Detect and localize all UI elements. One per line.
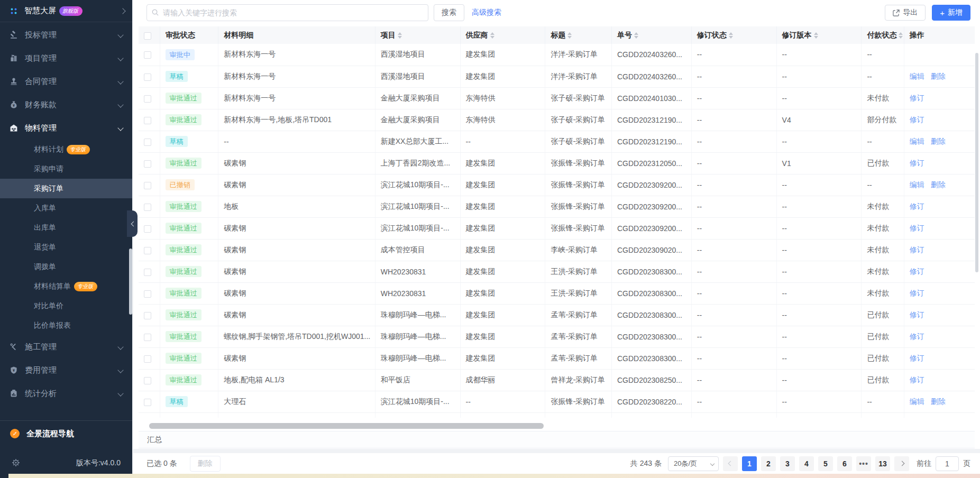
sidebar-subitem-purchase-request[interactable]: 采购申请 [0, 159, 132, 179]
select-all-checkbox[interactable] [144, 32, 151, 40]
cell-revision-version: -- [776, 391, 862, 412]
sidebar-subitem-settlement[interactable]: 材料结算单专业版 [0, 277, 132, 296]
sidebar-collapse-handle[interactable] [127, 210, 138, 237]
revise-link[interactable]: 修订 [910, 94, 924, 102]
column-header-5[interactable]: 单号 [612, 26, 692, 44]
page-size-select[interactable]: 20条/页 [668, 456, 719, 471]
row-checkbox[interactable] [144, 139, 151, 146]
revise-link[interactable]: 修订 [910, 289, 924, 297]
sort-icon[interactable] [814, 32, 818, 39]
vertical-scrollbar-thumb[interactable] [975, 53, 978, 272]
row-checkbox[interactable] [144, 312, 151, 319]
sidebar-brand[interactable]: 智慧大屏 旗舰版 [0, 0, 132, 22]
delete-link[interactable]: 删除 [931, 72, 946, 80]
page-button-1[interactable]: 1 [742, 456, 757, 471]
page-button-6[interactable]: 6 [837, 456, 852, 471]
revise-link[interactable]: 修订 [910, 245, 924, 254]
delete-link[interactable]: 删除 [931, 180, 946, 189]
sort-icon[interactable] [567, 32, 572, 39]
horizontal-scrollbar-thumb[interactable] [149, 423, 544, 429]
edit-link[interactable]: 编辑 [910, 137, 924, 145]
sidebar-scrollbar-thumb[interactable] [129, 249, 132, 315]
delete-link[interactable]: 删除 [931, 397, 946, 406]
add-button[interactable]: + 新增 [932, 5, 970, 21]
sort-icon[interactable] [398, 32, 402, 39]
page-button-3[interactable]: 3 [780, 456, 795, 471]
row-checkbox[interactable] [144, 95, 151, 103]
revise-link[interactable]: 修订 [910, 310, 924, 319]
sidebar-subitem-outbound[interactable]: 出库单 [0, 218, 132, 237]
row-checkbox[interactable] [144, 399, 151, 406]
column-header-6[interactable]: 修订状态 [691, 26, 776, 44]
row-checkbox[interactable] [144, 160, 151, 168]
page-button-2[interactable]: 2 [761, 456, 776, 471]
revise-link[interactable]: 修订 [910, 202, 924, 210]
export-button[interactable]: 导出 [885, 5, 926, 21]
goto-page-input[interactable] [936, 456, 959, 471]
sidebar-item-material[interactable]: 物料管理 [0, 116, 132, 140]
sidebar-subitem-purchase-order[interactable]: 采购订单 [0, 179, 132, 198]
sidebar-item-expense[interactable]: ¥费用管理 [0, 358, 132, 382]
sort-icon[interactable] [899, 32, 903, 39]
edit-link[interactable]: 编辑 [910, 180, 924, 189]
sidebar-item-bidding[interactable]: 投标管理 [0, 23, 132, 47]
revise-link[interactable]: 修订 [910, 354, 924, 362]
sort-icon[interactable] [490, 32, 494, 39]
sort-icon[interactable] [634, 32, 638, 39]
cell-supplier: 建发集团 [460, 196, 545, 217]
sidebar-subitem-price-compare[interactable]: 对比单价 [0, 296, 132, 316]
row-checkbox[interactable] [144, 182, 151, 189]
revise-link[interactable]: 修订 [910, 332, 924, 341]
column-header-2[interactable]: 项目 [375, 26, 460, 44]
edit-link[interactable]: 编辑 [910, 72, 924, 80]
sidebar-subitem-transfer[interactable]: 调拨单 [0, 257, 132, 277]
row-checkbox[interactable] [144, 269, 151, 276]
row-checkbox[interactable] [144, 247, 151, 254]
page-button-4[interactable]: 4 [799, 456, 814, 471]
delete-link[interactable]: 删除 [931, 137, 946, 145]
row-checkbox[interactable] [144, 355, 151, 363]
sidebar-subitem-return[interactable]: 退货单 [0, 237, 132, 257]
row-checkbox[interactable] [144, 51, 151, 59]
row-checkbox[interactable] [144, 225, 151, 233]
column-header-8[interactable]: 付款状态 [862, 26, 904, 44]
edit-link[interactable]: 编辑 [910, 397, 924, 406]
next-page-button[interactable] [894, 456, 909, 471]
sidebar-item-process-navigation[interactable]: 全景流程导航 [0, 423, 132, 444]
row-checkbox[interactable] [144, 377, 151, 384]
row-checkbox[interactable] [144, 334, 151, 341]
sidebar-subitem-inbound[interactable]: 入库单 [0, 198, 132, 218]
batch-delete-button[interactable]: 删除 [190, 456, 221, 472]
row-checkbox[interactable] [144, 204, 151, 211]
revise-link[interactable]: 修订 [910, 267, 924, 275]
revise-link[interactable]: 修订 [910, 159, 924, 167]
column-header-3[interactable]: 供应商 [460, 26, 545, 44]
prev-page-button[interactable] [723, 456, 738, 471]
sidebar-item-construction[interactable]: 施工管理 [0, 335, 132, 358]
export-button-label: 导出 [903, 8, 918, 17]
sidebar-item-contract[interactable]: 合同管理 [0, 70, 132, 93]
page-button-13[interactable]: 13 [875, 456, 890, 471]
revise-link[interactable]: 修订 [910, 224, 924, 232]
row-checkbox[interactable] [144, 290, 151, 298]
sidebar-item-project[interactable]: 项目管理 [0, 47, 132, 70]
page-button-5[interactable]: 5 [818, 456, 833, 471]
row-checkbox[interactable] [144, 117, 151, 124]
sidebar-divider [0, 420, 132, 421]
revise-link[interactable]: 修订 [910, 375, 924, 384]
advanced-search-link[interactable]: 高级搜索 [472, 8, 501, 17]
cell-revision-version: -- [776, 261, 862, 282]
search-button[interactable]: 搜索 [434, 4, 464, 21]
sort-icon[interactable] [729, 32, 733, 39]
revise-link[interactable]: 修订 [910, 115, 924, 124]
column-header-7[interactable]: 修订版本 [776, 26, 862, 44]
gear-icon[interactable] [12, 458, 20, 468]
search-input[interactable] [146, 4, 428, 21]
sidebar-subitem-price-report[interactable]: 比价单报表 [0, 316, 132, 335]
sidebar-item-finance[interactable]: ¥财务账款 [0, 93, 132, 116]
row-checkbox[interactable] [144, 73, 151, 81]
sidebar-item-stats[interactable]: 统计分析 [0, 382, 132, 405]
column-header-4[interactable]: 标题 [545, 26, 612, 44]
pages-more-button[interactable]: ••• [856, 456, 871, 471]
sidebar-subitem-material-plan[interactable]: 材料计划专业版 [0, 140, 132, 159]
